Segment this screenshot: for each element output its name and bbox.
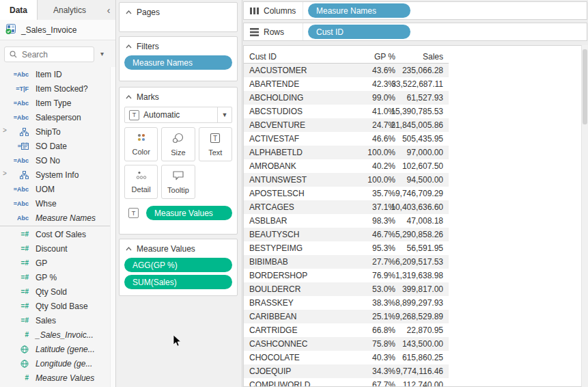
table-row[interactable]: ALPHABETLD100.0%97,000.00: [244, 146, 449, 159]
table-row[interactable]: ACTIVESTAF46.6%505,435.95: [244, 132, 449, 146]
cust-id-cell[interactable]: ABCSTUDIOS: [249, 105, 303, 118]
table-row[interactable]: CARIBBEAN25.1%9,268,529.89: [244, 310, 449, 323]
collapse-chevron-icon[interactable]: [126, 44, 132, 49]
table-row[interactable]: AACUSTOMER43.6%235,066.28: [244, 64, 449, 77]
gp-percent-cell[interactable]: 66.8%: [372, 323, 395, 337]
cust-id-cell[interactable]: ARTCAGES: [249, 200, 294, 214]
collapse-chevron-icon[interactable]: [126, 95, 132, 99]
sales-cell[interactable]: 22,870.95: [407, 323, 443, 337]
cust-id-cell[interactable]: BIBIMBAB: [249, 255, 288, 269]
datasource-item[interactable]: _Sales_Invoice: [0, 20, 115, 40]
field-item[interactable]: =AbcItem Type: [0, 96, 115, 110]
search-input-box[interactable]: [4, 46, 94, 62]
table-row[interactable]: ABCHOLDING99.0%61,527.93: [244, 91, 449, 105]
marks-pill-measure-values[interactable]: Measure Values: [146, 206, 232, 220]
sales-cell[interactable]: 5,290,858.26: [395, 228, 443, 241]
sales-cell[interactable]: 10,403,636.60: [391, 200, 443, 214]
field-item[interactable]: =AbcItem ID: [0, 67, 115, 81]
sales-cell[interactable]: 61,527.93: [407, 91, 443, 105]
cust-id-cell[interactable]: BESTYPEIMG: [249, 241, 303, 255]
sales-cell[interactable]: 9,268,529.89: [395, 310, 443, 323]
cust-id-cell[interactable]: COMPUWORLD: [249, 378, 310, 387]
sales-cell[interactable]: 47,008.18: [407, 214, 443, 228]
cust-id-cell[interactable]: CARTRIDGE: [249, 323, 297, 337]
field-item[interactable]: =#Cost Of Sales: [0, 227, 115, 241]
table-row[interactable]: ABCVENTURE24.7%21,845,005.86: [244, 118, 449, 132]
collapse-pane-icon[interactable]: ‹: [102, 0, 115, 20]
cust-id-cell[interactable]: ANTUNSWEST: [249, 173, 307, 187]
table-row[interactable]: CASHCONNEC75.8%143,500.00: [244, 337, 449, 351]
gp-percent-cell[interactable]: 38.3%: [372, 296, 395, 310]
tooltip-button[interactable]: Tooltip: [161, 165, 195, 199]
table-row[interactable]: ANTUNSWEST100.0%94,500.00: [244, 173, 449, 187]
cust-id-cell[interactable]: ABCHOLDING: [249, 91, 303, 105]
table-row[interactable]: ABCSTUDIOS41.0%15,390,785.53: [244, 105, 449, 118]
gp-percent-cell[interactable]: 40.2%: [372, 159, 395, 173]
field-item[interactable]: =#Qty Sold: [0, 284, 115, 299]
vertical-scrollbar[interactable]: [581, 45, 588, 387]
tab-analytics[interactable]: Analytics: [38, 0, 102, 20]
table-row[interactable]: BEAUTYSCH46.7%5,290,858.26: [244, 228, 449, 241]
field-item[interactable]: =SO Date: [0, 139, 115, 153]
worksheet-view[interactable]: Cust ID GP % Sales AACUSTOMER43.6%235,06…: [243, 45, 581, 387]
gp-percent-cell[interactable]: 43.6%: [372, 64, 395, 77]
field-item[interactable]: =AbcSO No: [0, 153, 115, 168]
search-input[interactable]: [20, 49, 86, 60]
columns-shelf-pill[interactable]: Measure Names: [308, 3, 410, 18]
cust-id-cell[interactable]: AACUSTOMER: [249, 64, 307, 77]
sales-cell[interactable]: 9,746,709.29: [395, 187, 443, 200]
measure-values-pill[interactable]: SUM(Sales): [124, 275, 232, 289]
table-row[interactable]: CJOEQUIP34.3%9,774,116.46: [244, 364, 449, 378]
tab-data[interactable]: Data: [0, 0, 38, 20]
gp-percent-cell[interactable]: 95.3%: [372, 241, 395, 255]
gp-percent-cell[interactable]: 25.1%: [372, 310, 395, 323]
field-item[interactable]: =AbcSalesperson: [0, 110, 115, 124]
gp-percent-cell[interactable]: 40.3%: [372, 351, 395, 364]
field-list-scrollbar[interactable]: [110, 67, 115, 387]
field-item[interactable]: =#Qty Sold Base: [0, 299, 115, 313]
cust-id-cell[interactable]: ABCVENTURE: [249, 118, 305, 132]
text-button[interactable]: TText: [199, 127, 232, 161]
field-item[interactable]: Latitude (gene...: [0, 342, 115, 356]
field-item[interactable]: #_Sales_Invoic...: [0, 328, 115, 342]
cust-id-cell[interactable]: BOULDERCR: [249, 282, 300, 296]
gp-percent-cell[interactable]: 35.7%: [372, 187, 395, 200]
table-row[interactable]: AMROBANK40.2%102,607.50: [244, 159, 449, 173]
cust-id-cell[interactable]: ASBLBAR: [249, 214, 287, 228]
table-row[interactable]: CHOCOLATE40.3%615,860.25: [244, 351, 449, 364]
sales-cell[interactable]: 505,435.95: [402, 132, 443, 146]
table-row[interactable]: BIBIMBAB27.7%6,209,517.53: [244, 255, 449, 269]
sales-cell[interactable]: 399,817.00: [402, 282, 443, 296]
sales-cell[interactable]: 1,319,638.98: [395, 269, 443, 282]
field-item[interactable]: AbcMeasure Names: [0, 211, 115, 225]
cust-id-cell[interactable]: AMROBANK: [249, 159, 296, 173]
cust-id-cell[interactable]: APOSTELSCH: [249, 187, 305, 200]
sales-cell[interactable]: 112,740.00: [403, 378, 443, 387]
sales-cell[interactable]: 21,845,005.86: [391, 118, 443, 132]
field-item[interactable]: =#GP: [0, 256, 115, 270]
sales-cell[interactable]: 97,000.00: [407, 146, 443, 159]
table-row[interactable]: ARTCAGES37.1%10,403,636.60: [244, 200, 449, 214]
table-row[interactable]: BOULDERCR53.0%399,817.00: [244, 282, 449, 296]
cust-id-cell[interactable]: BORDERSHOP: [249, 269, 307, 282]
field-item[interactable]: #Measure Values: [0, 371, 115, 385]
expand-hierarchy-icon[interactable]: >: [3, 170, 7, 177]
field-item[interactable]: >System Info: [0, 168, 115, 182]
collapse-chevron-icon[interactable]: [126, 10, 132, 14]
sales-cell[interactable]: 15,390,785.53: [391, 105, 443, 118]
collapse-chevron-icon[interactable]: [126, 247, 132, 251]
size-button[interactable]: Size: [161, 127, 195, 161]
gp-percent-cell[interactable]: 75.8%: [372, 337, 395, 351]
mark-type-dropdown[interactable]: T Automatic ▼: [124, 107, 232, 123]
sales-cell[interactable]: 235,066.28: [402, 64, 443, 77]
cust-id-cell[interactable]: CHOCOLATE: [249, 351, 300, 364]
field-item[interactable]: Longitude (ge...: [0, 356, 115, 371]
cust-id-cell[interactable]: BRASSKEY: [249, 296, 294, 310]
sales-cell[interactable]: 102,607.50: [402, 159, 443, 173]
filter-pill[interactable]: Measure Names: [124, 55, 232, 70]
sales-cell[interactable]: 615,860.25: [402, 351, 443, 364]
gp-percent-cell[interactable]: 27.7%: [372, 255, 395, 269]
table-row[interactable]: BORDERSHOP76.9%1,319,638.98: [244, 269, 449, 282]
rows-shelf-pill[interactable]: Cust ID: [308, 25, 410, 39]
gp-percent-cell[interactable]: 34.3%: [372, 364, 395, 378]
